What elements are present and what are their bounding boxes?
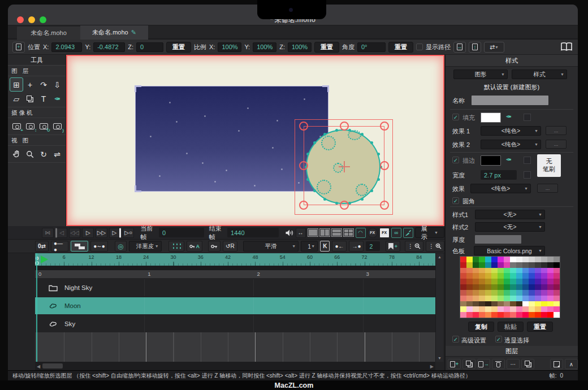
transform-origin-crosshair[interactable] — [339, 161, 350, 172]
color-swatch[interactable] — [466, 279, 473, 284]
layer-transform-icon[interactable]: + — [12, 42, 25, 53]
color-swatch[interactable] — [460, 290, 466, 296]
color-swatch[interactable] — [504, 262, 510, 268]
camera-roll-tool[interactable]: ↻ — [37, 119, 50, 133]
color-swatch[interactable] — [547, 290, 554, 296]
playhead-icon[interactable] — [41, 255, 48, 263]
camera-zoom-tool[interactable]: ↕ — [23, 119, 37, 133]
color-swatch[interactable] — [516, 306, 522, 312]
color-swatch[interactable] — [498, 306, 504, 312]
eyedropper-tool[interactable]: ✒ — [50, 92, 64, 106]
color-swatch[interactable] — [554, 312, 560, 318]
layer-row-sky[interactable]: Sky — [35, 315, 435, 332]
color-swatch[interactable] — [529, 257, 535, 262]
color-swatch[interactable] — [516, 268, 522, 274]
scrollbar-thumb[interactable] — [42, 363, 63, 369]
interpolation-dropdown[interactable]: 平滑▼ — [243, 241, 299, 252]
color-swatch[interactable] — [485, 296, 491, 301]
color-swatch[interactable] — [504, 257, 510, 262]
two-pane-horizontal-icon[interactable] — [331, 228, 342, 237]
color-swatch[interactable] — [522, 312, 529, 318]
paste-style-button[interactable]: 粘贴 — [498, 322, 524, 332]
color-swatch[interactable] — [516, 296, 522, 301]
color-swatch[interactable] — [485, 262, 491, 268]
color-swatch[interactable] — [541, 301, 547, 307]
reset-angle-button[interactable]: 重置 — [388, 42, 413, 53]
style1-dropdown[interactable]: <无>▼ — [475, 210, 545, 219]
layer-transform-tool[interactable]: ⊞ — [10, 77, 23, 92]
color-swatch[interactable] — [529, 296, 535, 301]
color-swatch[interactable] — [479, 279, 485, 284]
color-swatch[interactable] — [535, 273, 541, 279]
audio-speaker-icon[interactable] — [285, 229, 294, 237]
color-swatch[interactable] — [491, 262, 498, 268]
color-swatch[interactable] — [535, 284, 541, 290]
quad-pane-icon[interactable] — [343, 228, 354, 237]
color-swatch[interactable] — [473, 257, 479, 262]
color-swatch[interactable] — [529, 284, 535, 290]
timeline-horizontal-scrollbar[interactable]: ◀ ▶ — [35, 362, 435, 370]
flip-vertical-icon[interactable]: ↕ — [469, 42, 481, 53]
reset-to-frame-zero-button[interactable]: 0⇄ — [35, 241, 49, 252]
channel-count-dropdown[interactable]: 1▼ — [301, 241, 318, 252]
position-x-input[interactable]: 2.0943 — [51, 42, 82, 52]
timeline-zoom-out-icon[interactable]: ⋮ — [405, 241, 423, 252]
color-swatch[interactable] — [485, 273, 491, 279]
color-swatch[interactable] — [535, 257, 541, 262]
color-swatch[interactable] — [479, 257, 485, 262]
color-swatch[interactable] — [504, 268, 510, 274]
duplicate-layer-button[interactable] — [462, 359, 475, 369]
color-swatch[interactable] — [485, 268, 491, 274]
color-swatch[interactable] — [516, 301, 522, 307]
color-swatch[interactable] — [504, 284, 510, 290]
key-step-input[interactable]: 2 — [366, 241, 379, 251]
stroke-color-swatch[interactable] — [481, 155, 501, 166]
add-point-tool[interactable]: + — [23, 77, 37, 92]
color-swatch[interactable] — [547, 257, 554, 262]
color-swatch[interactable] — [479, 262, 485, 268]
color-swatch[interactable] — [504, 279, 510, 284]
color-swatch[interactable] — [554, 262, 560, 268]
color-swatch[interactable] — [485, 257, 491, 262]
color-swatch[interactable] — [460, 312, 466, 318]
color-swatch[interactable] — [460, 301, 466, 307]
color-swatch[interactable] — [485, 306, 491, 312]
color-swatch[interactable] — [504, 312, 510, 318]
tab-document-1[interactable]: 未命名.moho — [17, 27, 80, 40]
color-swatch[interactable] — [466, 296, 473, 301]
color-swatch[interactable] — [541, 279, 547, 284]
fill-effect2-dropdown[interactable]: <纯色>▼ — [481, 140, 541, 149]
color-swatch[interactable] — [485, 279, 491, 284]
step-back-icon[interactable]: ◁◁ — [69, 228, 81, 238]
scale-z-input[interactable]: 100% — [288, 42, 312, 52]
timeline-grid[interactable] — [35, 332, 435, 362]
color-swatch[interactable] — [522, 306, 529, 312]
fill-checkbox[interactable]: ✓ — [452, 114, 459, 120]
color-swatch[interactable] — [529, 290, 535, 296]
fx-preview-icon[interactable]: FX — [368, 228, 378, 238]
color-swatch[interactable] — [510, 279, 516, 284]
color-swatch[interactable] — [473, 284, 479, 290]
width-extra-checkbox[interactable] — [524, 171, 531, 179]
fill-eyedropper-icon[interactable]: ✒ — [505, 112, 512, 121]
timeline-vertical-scrollbar[interactable]: ▲ ▼ — [435, 253, 443, 362]
transform-handle[interactable] — [380, 201, 389, 210]
play-range-icon[interactable]: ▷○ — [123, 228, 135, 238]
color-swatch[interactable] — [491, 273, 498, 279]
color-swatch[interactable] — [504, 273, 510, 279]
transform-handle[interactable] — [299, 161, 308, 170]
color-swatch[interactable] — [466, 273, 473, 279]
color-swatch[interactable] — [466, 257, 473, 262]
keyframe-curve-icon[interactable]: ●∼● — [90, 241, 108, 252]
transform-handle[interactable] — [380, 161, 389, 170]
color-swatch[interactable] — [498, 290, 504, 296]
scroll-down-icon[interactable]: ▼ — [436, 356, 443, 360]
color-swatch[interactable] — [479, 284, 485, 290]
layer-row-night-sky[interactable]: Night Sky — [35, 279, 435, 296]
color-swatch[interactable] — [529, 312, 535, 318]
next-key-icon[interactable]: →● — [349, 241, 364, 252]
camera-track-tool[interactable]: + — [10, 119, 23, 133]
color-swatch[interactable] — [479, 306, 485, 312]
color-swatch[interactable] — [491, 257, 498, 262]
scroll-left-icon[interactable]: ◀ — [37, 364, 40, 369]
